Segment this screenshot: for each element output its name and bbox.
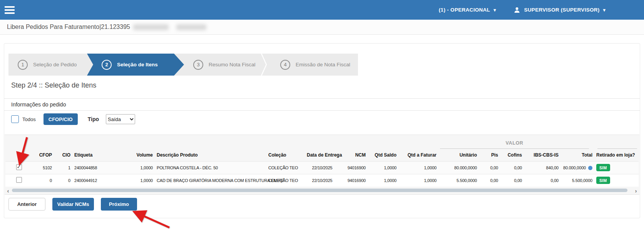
step-label: Emissão de Nota Fiscal <box>296 62 350 67</box>
tipo-select[interactable]: Saída <box>106 114 135 124</box>
items-table-panel: VALOR CFOP CIO Etiqueta Volume Descrição… <box>5 135 639 195</box>
hamburger-menu-button[interactable] <box>5 5 16 15</box>
main-card: 1 Seleção de Pedido 2 Seleção de Itens 3… <box>4 43 640 218</box>
column-header-row: CFOP CIO Etiqueta Volume Descrição Produ… <box>5 149 639 161</box>
scrollbar-thumb[interactable] <box>12 189 627 192</box>
cell-qtd-saldo: 1,0000 <box>368 174 398 187</box>
cell-ncm: 94016900 <box>340 174 368 187</box>
step-label: Seleção de Itens <box>117 62 158 67</box>
hamburger-icon <box>5 6 15 8</box>
column-header-ncm: NCM <box>340 149 368 161</box>
anterior-button[interactable]: Anterior <box>8 198 45 211</box>
sim-badge: SIM <box>596 164 610 171</box>
scroll-right-icon[interactable]: › <box>634 188 638 194</box>
cell-qtd-saldo: 1,0000 <box>368 161 398 174</box>
group-header-underline <box>597 140 637 149</box>
horizontal-scrollbar: ‹ › <box>5 187 639 194</box>
step-separator <box>261 54 267 76</box>
scroll-left-icon[interactable]: ‹ <box>6 188 10 194</box>
cell-data-entrega: 22/10/2025 <box>305 174 340 187</box>
cell-cfop: 0 <box>32 174 54 187</box>
step-label: Resumo Nota Fiscal <box>209 62 256 67</box>
row-checkbox[interactable] <box>16 177 22 183</box>
column-header-etiqueta: Etiqueta <box>72 149 117 161</box>
cell-ncm: 94016900 <box>340 161 368 174</box>
column-header-cfop: CFOP <box>32 149 54 161</box>
column-header-data-entrega: Data de Entrega <box>305 149 340 161</box>
table-row: 0 0 2400044912 1,0000 CAD DE BRAÇO GIRAT… <box>5 174 639 187</box>
cell-pis: 0,00 <box>479 174 500 187</box>
cell-pis: 0,00 <box>479 161 500 174</box>
step-number: 4 <box>280 60 290 70</box>
column-header-qtd-a-faturar: Qtd a Faturar <box>398 149 438 161</box>
cell-qtd-a-faturar: 1,0000 <box>398 174 438 187</box>
page-titlebar: Libera Pedidos Para Faturamento|21.12339… <box>0 20 644 35</box>
column-header-qtd-saldo: Qtd Saldo <box>368 149 398 161</box>
column-header-unitario: Unitário <box>438 149 479 161</box>
column-header-cio: CIO <box>54 149 72 161</box>
column-header-colecao: Coleção <box>266 149 305 161</box>
cell-unitario: 80.000,0000 <box>438 161 479 174</box>
wizard-step-emissao-nota-fiscal[interactable]: 4 Emissão de Nota Fiscal <box>271 54 358 76</box>
column-header-checkbox <box>5 149 32 161</box>
column-header-retirado: Retirado em loja? <box>594 149 639 161</box>
chevron-down-icon: ▾ <box>493 8 496 12</box>
proximo-button[interactable]: Próximo <box>101 198 137 211</box>
cell-cio: 1 <box>54 161 72 174</box>
column-header-descricao: Descrição Produto <box>155 149 266 161</box>
hamburger-icon <box>5 12 15 14</box>
cell-cio: 0 <box>54 174 72 187</box>
chevron-down-icon: ▾ <box>603 8 606 12</box>
info-dot-icon <box>588 166 592 170</box>
cell-colecao: COLEÇÃO TEO <box>266 161 305 174</box>
sim-badge: SIM <box>596 177 610 184</box>
column-header-pis: Pis <box>479 149 500 161</box>
cell-descricao: POLTRONA COSTELA - DÉC. 50 <box>155 161 266 174</box>
cell-cfop: 5102 <box>32 161 54 174</box>
cell-cofins: 0,00 <box>500 161 524 174</box>
cell-ibs-cbs-is: 840,00 <box>524 161 560 174</box>
tipo-label: Tipo <box>88 116 99 122</box>
hamburger-icon <box>5 9 15 11</box>
cell-data-entrega: 22/10/2025 <box>305 161 340 174</box>
user-icon <box>514 7 520 13</box>
cell-qtd-a-faturar: 1,0000 <box>398 161 438 174</box>
cell-etiqueta: 2400044858 <box>72 161 117 174</box>
redacted-text <box>133 24 206 30</box>
todos-label: Todos <box>22 116 36 122</box>
step-label: Seleção de Pedido <box>33 62 77 67</box>
step-number: 3 <box>193 60 203 70</box>
column-header-total: Total <box>560 149 594 161</box>
items-table: VALOR CFOP CIO Etiqueta Volume Descrição… <box>5 135 639 187</box>
value-group-row: VALOR <box>5 135 639 149</box>
total-value: 80.000,0000 <box>563 165 586 170</box>
cell-colecao: COLEÇÃO TEO <box>266 174 305 187</box>
validar-ncms-button[interactable]: Validar NCMs <box>52 198 94 211</box>
cell-etiqueta: 2400044912 <box>72 174 117 187</box>
filter-bar: Todos CFOP/CIO Tipo Saída <box>11 113 135 125</box>
cfop-cio-button[interactable]: CFOP/CIO <box>43 113 78 125</box>
scrollbar-track[interactable] <box>11 189 633 192</box>
cell-volume: 1,0000 <box>117 161 155 174</box>
row-checkbox[interactable] <box>16 164 22 170</box>
wizard-step-selecao-de-pedido[interactable]: 1 Seleção de Pedido <box>8 54 89 76</box>
cell-total: 80.000,0000 <box>560 161 594 174</box>
select-all-checkbox[interactable] <box>11 115 19 123</box>
step-number: 1 <box>18 60 28 70</box>
step-heading: Step 2/4 :: Seleção de Itens <box>11 81 96 89</box>
wizard-step-selecao-de-itens[interactable]: 2 Seleção de Itens <box>87 54 184 76</box>
footer-actions: Anterior Validar NCMs Próximo <box>8 198 137 211</box>
column-header-volume: Volume <box>117 149 155 161</box>
table-row: 5102 1 2400044858 1,0000 POLTRONA COSTEL… <box>5 161 639 174</box>
user-dropdown[interactable]: SUPERVISOR (SUPERVISOR) ▾ <box>514 7 606 13</box>
cell-total: 5.500,0000 <box>560 174 594 187</box>
column-header-cofins: Cofins <box>500 149 524 161</box>
valor-group-header: VALOR <box>440 140 589 149</box>
wizard-step-resumo-nota-fiscal[interactable]: 3 Resumo Nota Fiscal <box>184 54 270 76</box>
workspace-dropdown[interactable]: (1) - OPERACIONAL ▾ <box>439 7 496 13</box>
step-number: 2 <box>102 60 112 70</box>
cell-volume: 1,0000 <box>117 174 155 187</box>
cell-ibs-cbs-is: 0,00 <box>524 174 560 187</box>
cell-descricao: CAD DE BRAÇO GIRATÓRIA MODERNA COM ESTRU… <box>155 174 266 187</box>
cell-unitario: 5.500,0000 <box>438 174 479 187</box>
